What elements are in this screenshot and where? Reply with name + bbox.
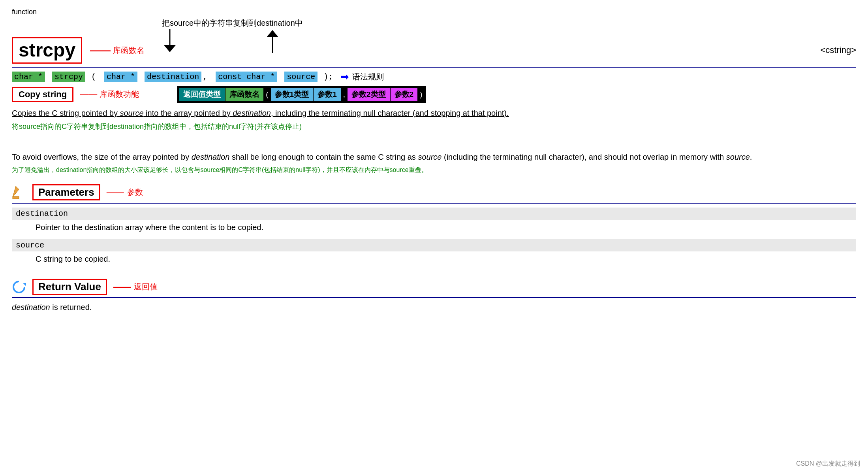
copy-string-box: Copy string (12, 87, 73, 102)
param2-name-token: source (284, 72, 318, 82)
svg-marker-4 (13, 186, 19, 197)
red-arrow-right-icon: —— (80, 89, 97, 100)
desc-chinese-1: 将source指向的C字符串复制到destination指向的数组中，包括结束的… (12, 121, 856, 132)
function-signature-annotation: 返回值类型 库函数名 ( 参数1类型 参数1 , 参数2类型 参数2 ) (177, 86, 426, 103)
param1-type-box: 参数1类型 (271, 88, 313, 101)
return-desc: destination is returned. (12, 303, 856, 312)
close-paren-semi: ); (318, 72, 334, 82)
return-value-section: Return Value —— 返回值 destination is retur… (12, 279, 856, 312)
parameters-header: Parameters —— 参数 (12, 184, 856, 204)
open-paren-box: ( (264, 89, 270, 100)
space4 (209, 72, 216, 82)
param2-type-box: 参数2类型 (348, 88, 390, 101)
comma-box: , (342, 89, 347, 100)
parameters-section: Parameters —— 参数 destination Pointer to … (12, 184, 856, 267)
close-paren-box: ) (418, 89, 424, 100)
header-row (12, 29, 856, 54)
param1-box: 参数1 (314, 88, 341, 101)
param2-box: 参数2 (391, 88, 418, 101)
desc-para2-english: To avoid overflows, the size of the arra… (12, 138, 856, 163)
desc-english-1: Copies the C string pointed by source in… (12, 107, 856, 119)
param1-type-token: char * (104, 72, 137, 82)
up-arrow-icon (261, 29, 284, 53)
page-wrapper: function 把source中的字符串复制到destination中 str… (12, 8, 856, 312)
copy-string-row: Copy string —— 库函数功能 返回值类型 库函数名 ( 参数1类型 … (12, 86, 856, 103)
red-arrow-return-icon: —— (113, 282, 131, 292)
param-source-desc: C string to be copied. (12, 251, 856, 267)
return-value-label: 返回值 (134, 281, 158, 292)
comma-token: , (201, 72, 209, 82)
blue-separator-1 (12, 67, 856, 68)
red-arrow-params-icon: —— (107, 187, 124, 198)
space3 (137, 72, 145, 82)
param-source-name: source (12, 239, 856, 251)
param-destination-desc: Pointer to the destination array where t… (12, 220, 856, 235)
return-type-box: 返回值类型 (179, 88, 225, 101)
return-type-token: char * (12, 72, 45, 82)
desc-english-1b: (and stopping at that point). (413, 109, 509, 117)
parameters-title-box: Parameters (32, 184, 100, 200)
return-value-label-row: —— 返回值 (113, 281, 158, 292)
param-source-item: source C string to be copied. (12, 239, 856, 267)
lib-func-feature-label: 库函数功能 (100, 89, 139, 100)
lib-func-feature-annotation: —— 库函数功能 (80, 89, 139, 100)
param-destination-name: destination (12, 208, 856, 220)
down-arrow-icon (158, 29, 182, 53)
svg-marker-6 (23, 283, 26, 286)
svg-marker-1 (164, 45, 176, 52)
syntax-rule-label: 语法规则 (352, 72, 384, 82)
svg-marker-3 (267, 30, 278, 37)
return-value-title-box: Return Value (32, 279, 107, 295)
syntax-row: char * strcpy ( char * destination , con… (12, 71, 856, 83)
description-block: Copies the C string pointed by source in… (12, 107, 856, 175)
parameters-label-row: —— 参数 (107, 187, 143, 198)
syntax-code: char * strcpy ( char * destination , con… (12, 72, 334, 82)
return-value-icon (12, 280, 26, 294)
space2 (97, 72, 104, 82)
space5 (277, 72, 284, 82)
param2-const-token: const char * (216, 72, 277, 82)
return-value-header: Return Value —— 返回值 (12, 279, 856, 298)
description-above: 把source中的字符串复制到destination中 (162, 18, 856, 28)
svg-rect-5 (13, 196, 19, 199)
param1-name-token: destination (145, 72, 201, 82)
func-name-box: 库函数名 (225, 88, 263, 101)
function-label: function (12, 8, 856, 16)
param-destination-item: destination Pointer to the destination a… (12, 208, 856, 235)
blue-arrow-right-icon: ➡ (340, 71, 349, 83)
return-desc-destination: destination (12, 303, 50, 312)
desc-para2-chinese: 为了避免溢出，destination指向的数组的大小应该足够长，以包含与sour… (12, 165, 856, 175)
return-desc-text: is returned. (50, 303, 92, 312)
space-token (45, 72, 52, 82)
open-paren-token: ( (85, 72, 97, 82)
parameters-label: 参数 (127, 187, 143, 198)
parameters-icon (12, 185, 26, 200)
syntax-rule-annotation: ➡ 语法规则 (340, 71, 384, 83)
func-name-token: strcpy (52, 72, 85, 82)
